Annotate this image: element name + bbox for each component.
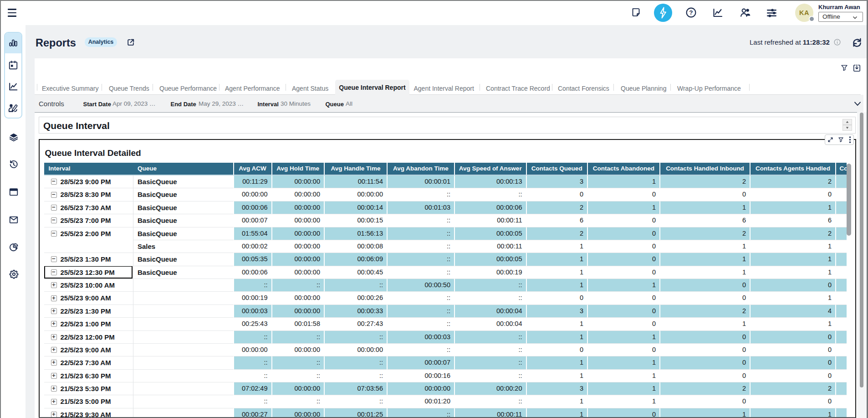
svg-text:?: ?: [689, 9, 693, 16]
